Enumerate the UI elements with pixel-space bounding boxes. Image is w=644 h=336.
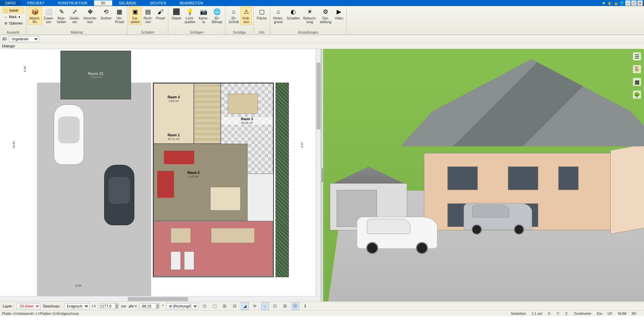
gear-icon: ⚙ [3, 21, 8, 26]
status-ein: Ein [597, 311, 602, 316]
ribbon-btn-kame-ra[interactable]: 📷Kame- ra [197, 7, 210, 25]
dialogs-label: Dialoge: [2, 44, 15, 48]
monitor-icon[interactable]: ▢ [211, 302, 218, 310]
ribbon-btn-kolli-sion[interactable]: ⚠Kolli- sion [241, 7, 252, 25]
info-icon[interactable]: ℹ [302, 302, 309, 310]
ribbon-btn-skalie-ren[interactable]: ⤢Skalie- ren [68, 7, 82, 25]
status-rf: RF [632, 311, 637, 316]
room4-label: Raum 4 [168, 95, 180, 99]
minimize-icon[interactable]: – [625, 0, 631, 6]
ribbon-btn-drehen[interactable]: ⟲Drehen [99, 7, 113, 21]
ribbon-group-sonstige: ⌂3D- Schnitt⚠Kolli- sion Sonstige [225, 6, 254, 35]
ribbon-label: Kolli- sion [243, 16, 250, 24]
ribbon-btn-beleuch-tung[interactable]: ☀Beleuch- tung [302, 7, 318, 25]
optionen-button[interactable]: ⚙Optionen [2, 20, 24, 26]
ribbon-label: Rech- nen [143, 16, 153, 24]
snap2-icon[interactable]: ⊟ [231, 302, 239, 310]
l-input[interactable] [99, 303, 116, 309]
room2-label: Raum 2 [187, 171, 200, 175]
ribbon-label: 3D- Schnitt [228, 16, 239, 24]
richtung-dropdown[interactable]: dl (Richtung/Di [166, 303, 198, 309]
menu-tab-konstruktion[interactable]: KONSTRUKTION [51, 0, 94, 6]
3d-view[interactable]: ☰ 🪑 ▦ 🌳 [323, 49, 644, 301]
phi-label: phi = [129, 304, 137, 308]
snap3-icon[interactable]: ◢ [241, 302, 249, 310]
menu-bar: DATEI PROJEKT KONSTRUKTION 3D GELÄNDE SI… [0, 0, 644, 6]
ribbon-btn-licht-quelle-[interactable]: 💡Licht- quelle▾ [183, 7, 197, 25]
view3d-side-panel: ☰ 🪑 ▦ 🌳 [632, 52, 642, 99]
ribbon-btn-hinter-grund[interactable]: ⌂Hinter- grund [271, 7, 285, 25]
maximize-icon[interactable]: □ [631, 0, 637, 6]
ribbon-btn-3d-bitmap[interactable]: 🌐3D- Bitmap [210, 7, 224, 25]
mode-label: 3D [2, 37, 7, 41]
ribbon-btn-objekt[interactable]: ⬛Objekt [170, 7, 183, 21]
furniture-icon[interactable]: 🪑 [633, 65, 641, 73]
north-icon[interactable]: Ⓝ [292, 302, 299, 310]
menu-tab-gelaende[interactable]: GELÄNDE [112, 0, 143, 6]
ribbon-btn-hin-pinsel[interactable]: ▦Hin. Pinsel [113, 7, 126, 25]
layer-select[interactable]: Urgelände [9, 36, 39, 42]
snap6-icon[interactable]: ⊡ [271, 302, 279, 310]
tree-icon[interactable]: 🌳 [633, 91, 641, 99]
menu-tab-sichten[interactable]: SICHTEN [143, 0, 173, 6]
scrollbar-v-2d[interactable] [315, 49, 321, 296]
status-y: Y: [557, 311, 560, 316]
3d-schnitt-icon: ⌂ [230, 8, 238, 16]
dim-600: 6.00 [23, 66, 27, 72]
menu-tab-projekt[interactable]: PROJEKT [21, 0, 51, 6]
ribbon-btn-video[interactable]: ▶Video [333, 7, 345, 21]
ribbon-btn-pinsel[interactable]: 🖌Pinsel [154, 7, 167, 21]
menu-tab-bearbeiten[interactable]: BEARBEITEN [173, 0, 210, 6]
floorplan-view[interactable]: Raum 21 72.63 m² Raum 4 2.89 m² Raum 1 2… [0, 49, 321, 301]
status-uf: UF [608, 311, 613, 316]
ribbon-btn-bear-beiten[interactable]: ✎Bear- beiten [55, 7, 68, 25]
beleuch-tung-icon: ☀ [306, 8, 314, 16]
title-icon-2[interactable]: ◧ [607, 0, 612, 6]
layers-icon[interactable]: ☰ [633, 52, 641, 60]
grid-icon[interactable]: ⊞ [282, 302, 289, 310]
ribbon-label: Video [335, 16, 343, 20]
mark-button[interactable]: ↔Mark. ▾ [2, 14, 24, 20]
help-icon[interactable]: ? [619, 0, 625, 6]
menu-tab-3d[interactable]: 3D [94, 0, 112, 6]
status-ratio: 1:1 sel [531, 311, 542, 316]
zuwei-sen-icon: ⬜ [45, 8, 53, 16]
objekt-icon: ⬛ [172, 8, 180, 16]
ribbon-btn-verschie-ben[interactable]: ✥Verschie- ben [82, 7, 99, 25]
snap1-icon[interactable]: ⊞ [221, 302, 228, 310]
ribbon-btn-schatten[interactable]: ◐Schatten [285, 7, 301, 21]
mark-icon: ↔ [3, 14, 8, 19]
ribbon-btn-3d-schnitt[interactable]: ⌂3D- Schnitt [227, 7, 241, 25]
layer-dropdown[interactable]: 2D-Elemen [17, 303, 40, 309]
house-outline: Raum 4 2.89 m² Raum 1 20.11 m² Raum 3 25… [153, 83, 274, 277]
title-icon-3[interactable]: ⬓ [613, 0, 618, 6]
ribbon-group-material: 📦Abgrei- fen⬜Zuwei- sen✎Bear- beiten⤢Ska… [27, 6, 128, 35]
ribbon-btn-fl-che[interactable]: ▢Fläche [255, 7, 268, 21]
room21-area: 72.63 m² [90, 76, 102, 79]
scrollbar-h-2d[interactable] [0, 296, 321, 301]
cursor-icon: ⬚ [3, 8, 8, 13]
snap4-icon[interactable]: ≋ [251, 302, 259, 310]
clock-icon[interactable]: ◷ [201, 302, 208, 310]
selekt-button[interactable]: ⬚Selekt [2, 7, 24, 13]
ribbon-btn-abgrei-fen[interactable]: 📦Abgrei- fen [28, 7, 42, 25]
geschoss-dropdown[interactable]: Erdgeschos [64, 303, 89, 309]
palette-icon[interactable]: ▦ [633, 78, 641, 86]
ribbon-btn-dar-stellung[interactable]: ⚙Dar- stellung [318, 7, 333, 25]
ribbon-btn-rech-nen[interactable]: ▤Rech- nen [142, 7, 154, 25]
kolli-sion-icon: ⚠ [242, 8, 250, 16]
close-icon[interactable]: ✕ [637, 0, 643, 6]
licht-quelle--icon: 💡 [186, 8, 194, 16]
hinter-grund-icon: ⌂ [274, 8, 282, 16]
ribbon-btn-zuwei-sen[interactable]: ⬜Zuwei- sen [42, 7, 55, 25]
ribbon-label: Dar- stellung [320, 16, 331, 24]
title-icon-1[interactable]: ✖ [601, 0, 606, 6]
menu-tab-datei[interactable]: DATEI [0, 0, 21, 6]
ribbon-btn-dar-stellen[interactable]: ▣Dar- stellen [129, 7, 142, 25]
ribbon-label: 3D- Bitmap [212, 16, 222, 24]
fl-che-icon: ▢ [258, 8, 266, 16]
ribbon-label: Bear- beiten [57, 16, 66, 24]
snap5-icon[interactable]: ◇ [261, 302, 269, 310]
phi-input[interactable] [139, 303, 156, 309]
3d-bitmap-icon: 🌐 [213, 8, 221, 16]
